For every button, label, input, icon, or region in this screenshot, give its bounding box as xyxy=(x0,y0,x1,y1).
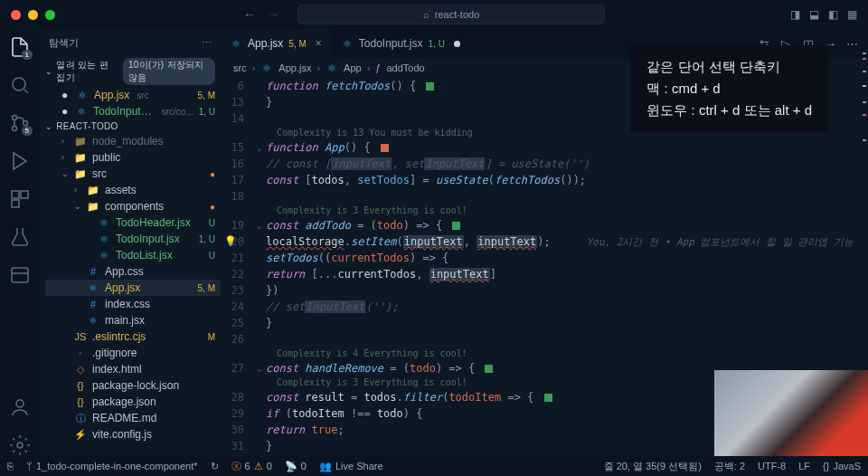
activity-extensions-icon[interactable] xyxy=(9,188,31,210)
breadcrumb-part[interactable]: src xyxy=(233,62,247,73)
sync-button[interactable]: ↻ xyxy=(211,461,219,472)
code-line[interactable]: 25 } xyxy=(221,315,868,331)
breadcrumb-part[interactable]: addTodo xyxy=(386,62,424,73)
open-editor-item[interactable]: ●⚛App.jsxsrc5, M xyxy=(45,87,221,103)
sidebar-more-icon[interactable]: ⋯ xyxy=(202,37,212,49)
sidebar-header: 탐색기 ⋯ xyxy=(40,29,221,56)
toggle-sidebar-icon[interactable]: ◧ xyxy=(828,8,838,21)
activity-account-icon[interactable] xyxy=(9,396,31,418)
tooltip-overlay: 같은 단어 선택 단축키 맥 : cmd + d 윈도우 : ctrl + d … xyxy=(630,45,828,132)
webcam-overlay xyxy=(714,370,868,456)
codelens-annotation[interactable]: Complexity is 3 Everything is cool! xyxy=(221,205,868,217)
code-line[interactable]: 16 // const [inputText, setInputText] = … xyxy=(221,156,868,172)
tree-file[interactable]: #App.css xyxy=(45,263,221,280)
svg-rect-5 xyxy=(21,191,28,198)
codelens-annotation[interactable]: Complexity is 4 Everything is cool! xyxy=(221,347,868,360)
tree-file[interactable]: #index.css xyxy=(45,296,221,312)
nav-forward-icon[interactable]: → xyxy=(267,7,279,22)
indentation-button[interactable]: 공백: 2 xyxy=(714,460,745,473)
problems-button[interactable]: ⓧ 6 ⚠ 0 xyxy=(231,460,272,473)
language-button[interactable]: {} JavaS xyxy=(823,460,861,473)
breadcrumb-part[interactable]: App xyxy=(344,62,362,73)
tree-file[interactable]: ⚡vite.config.js xyxy=(45,426,221,443)
cursor-position[interactable]: 줄 20, 열 35(9 선택됨) xyxy=(604,460,702,473)
svg-point-8 xyxy=(16,400,24,407)
activity-settings-icon[interactable] xyxy=(9,434,31,456)
activity-test-icon[interactable] xyxy=(9,226,31,248)
branch-button[interactable]: ᛘ 1_todo-complete-in-one-component* xyxy=(26,461,198,471)
tree-folder[interactable]: ⌄📁src● xyxy=(45,166,221,182)
search-placeholder: react-todo xyxy=(435,9,480,20)
close-window-button[interactable] xyxy=(11,10,21,20)
error-icon: ⓧ xyxy=(231,460,241,473)
search-icon: ⌕ xyxy=(423,9,429,20)
activity-explorer-icon[interactable]: 1 xyxy=(9,36,31,58)
command-center-search[interactable]: ⌕ react-todo xyxy=(297,5,605,24)
remote-button[interactable]: ⎘ xyxy=(7,461,14,471)
svg-point-1 xyxy=(13,116,17,120)
open-editors-header[interactable]: ⌄ 열려 있는 편집기 10이(가) 저장되지 않음 xyxy=(40,56,221,87)
more-actions-icon[interactable]: ⋯ xyxy=(846,37,859,50)
code-line[interactable]: 17 const [todos, setTodos] = useState(fe… xyxy=(221,172,868,188)
liveshare-button[interactable]: 👥 Live Share xyxy=(319,461,383,472)
warning-icon: ⚠ xyxy=(254,461,263,472)
open-editor-item[interactable]: ●⚛TodoInput.jsxsrc/co...1, U xyxy=(45,103,221,119)
code-line[interactable]: 22 return [...currentTodos, inputText] xyxy=(221,266,868,282)
tree-folder[interactable]: ›📁assets xyxy=(45,182,221,198)
tree-file[interactable]: {}package.json xyxy=(45,394,221,410)
tree-folder[interactable]: ⌄📁components● xyxy=(45,198,221,214)
minimize-window-button[interactable] xyxy=(28,10,38,20)
activity-bookmark-icon[interactable] xyxy=(9,264,31,286)
tree-file[interactable]: JS.eslintrc.cjsM xyxy=(45,328,221,345)
activity-search-icon[interactable] xyxy=(9,74,31,96)
sidebar-title: 탐색기 xyxy=(49,36,79,50)
tree-file[interactable]: ◦.gitignore xyxy=(45,345,221,361)
tree-file[interactable]: ⚛TodoList.jsxU xyxy=(45,247,221,263)
svg-rect-4 xyxy=(12,191,19,198)
code-line[interactable]: 18 xyxy=(221,188,868,205)
open-editors-label: 열려 있는 편집기 xyxy=(56,59,116,84)
tree-file[interactable]: ⚛main.jsx xyxy=(45,312,221,328)
toggle-panel-icon[interactable]: ◨ xyxy=(790,8,800,21)
scm-badge: 5 xyxy=(22,126,33,136)
editor-tab[interactable]: ⚛App.jsx5, M× xyxy=(221,29,332,58)
code-line[interactable]: 21 setTodos((currentTodos) => { xyxy=(221,250,868,266)
tree-folder[interactable]: ›📁public xyxy=(45,149,221,166)
project-header[interactable]: ⌄ REACT-TODO xyxy=(40,119,221,133)
code-line[interactable]: 23 }) xyxy=(221,282,868,299)
activity-debug-icon[interactable] xyxy=(9,150,31,172)
svg-point-2 xyxy=(13,127,17,131)
code-line[interactable]: 15⌄function App() { xyxy=(221,139,868,156)
eol-button[interactable]: LF xyxy=(798,460,810,473)
tree-file[interactable]: {}package-lock.json xyxy=(45,377,221,394)
minimap[interactable] xyxy=(832,49,868,176)
tree-file[interactable]: ⚛TodoHeader.jsxU xyxy=(45,214,221,231)
tree-folder[interactable]: ›📁node_modules xyxy=(45,133,221,149)
tree-file[interactable]: ⚛App.jsx5, M xyxy=(45,280,221,296)
code-line[interactable]: 19⌄ const addTodo = (todo) => { xyxy=(221,217,868,233)
tree-file[interactable]: ◇index.html xyxy=(45,361,221,377)
nav-arrows: ← → xyxy=(243,7,279,22)
tree-file[interactable]: ⓘREADME.md xyxy=(45,410,221,426)
svg-point-3 xyxy=(24,121,28,126)
react-icon: ⚛ xyxy=(260,62,273,74)
encoding-button[interactable]: UTF-8 xyxy=(758,460,786,473)
code-line[interactable]: 20💡 localStorage.setItem(inputText, inpu… xyxy=(221,233,868,250)
toggle-bottom-icon[interactable]: ⬓ xyxy=(809,8,819,21)
unsaved-count-badge: 10이(가) 저장되지 않음 xyxy=(123,58,215,85)
breadcrumb-part[interactable]: App.jsx xyxy=(278,62,311,73)
close-tab-icon[interactable]: × xyxy=(316,37,322,50)
maximize-window-button[interactable] xyxy=(45,10,55,20)
chevron-down-icon: ⌄ xyxy=(45,122,52,131)
svg-point-0 xyxy=(13,78,25,90)
nav-back-icon[interactable]: ← xyxy=(243,7,256,22)
customize-layout-icon[interactable]: ▦ xyxy=(847,8,857,21)
activity-scm-icon[interactable]: 5 xyxy=(9,112,31,134)
tree-file[interactable]: ⚛TodoInput.jsx1, U xyxy=(45,231,221,247)
editor-tab[interactable]: ⚛TodoInput.jsx1, U xyxy=(332,29,470,58)
code-line[interactable]: 24 // setInputText(''); xyxy=(221,299,868,315)
sidebar: 탐색기 ⋯ ⌄ 열려 있는 편집기 10이(가) 저장되지 않음 ●⚛App.j… xyxy=(40,29,221,456)
overlay-line: 같은 단어 선택 단축키 xyxy=(646,56,812,78)
code-line[interactable]: 26 xyxy=(221,331,868,347)
port-button[interactable]: 📡 0 xyxy=(285,461,307,472)
